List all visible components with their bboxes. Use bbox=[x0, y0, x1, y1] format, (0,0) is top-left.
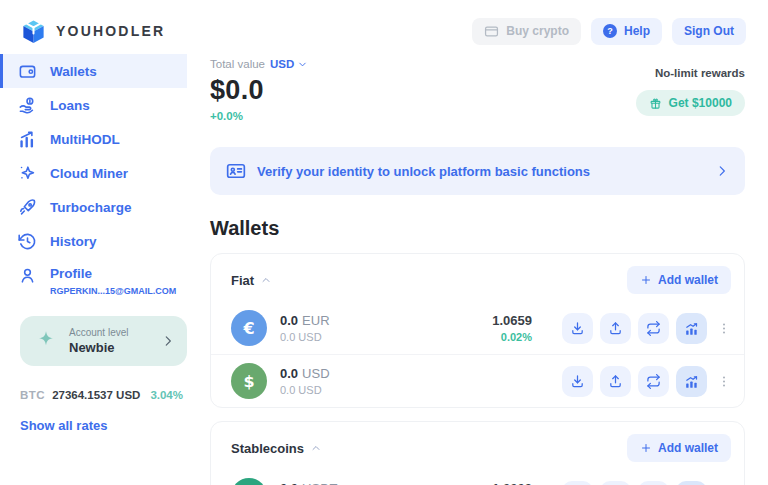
sign-out-label: Sign Out bbox=[684, 24, 734, 38]
wallet-icon bbox=[18, 62, 37, 81]
deposit-icon bbox=[570, 374, 585, 389]
eur-symbol: € bbox=[243, 319, 254, 338]
youhodler-logo-icon bbox=[20, 18, 47, 45]
plus-icon bbox=[640, 274, 652, 286]
sidebar-item-cloud-miner[interactable]: Cloud Miner bbox=[0, 156, 187, 190]
sidebar-item-profile[interactable]: Profile RGPERKIN...15@GMAIL.COM bbox=[0, 258, 187, 298]
chart-button[interactable] bbox=[676, 366, 707, 397]
more-dots-icon bbox=[717, 374, 731, 389]
sidebar-item-label: MultiHODL bbox=[50, 132, 120, 147]
add-wallet-button[interactable]: Add wallet bbox=[627, 266, 731, 294]
balance-block: 0.0EUR 0.0 USD bbox=[280, 313, 330, 343]
wallet-row-eur[interactable]: € 0.0EUR 0.0 USD 1.0659 0.02% bbox=[211, 302, 744, 354]
deposit-icon bbox=[570, 321, 585, 336]
stablecoins-wallet-group: Stablecoins Add wallet ₮ 0.0USDT 0.0 bbox=[210, 421, 745, 485]
sidebar-item-history[interactable]: History bbox=[0, 224, 187, 258]
wallet-actions bbox=[562, 366, 731, 397]
history-icon bbox=[18, 232, 37, 251]
account-level-text: Account level Newbie bbox=[69, 327, 128, 355]
account-level-card[interactable]: Account level Newbie bbox=[20, 316, 187, 366]
currency-selector[interactable]: USD bbox=[270, 58, 308, 70]
plus-icon bbox=[640, 442, 652, 454]
total-value-change: +0.0% bbox=[210, 110, 308, 122]
balance-fiat-value: 0.0 USD bbox=[280, 331, 330, 343]
sidebar-item-label: Cloud Miner bbox=[50, 166, 128, 181]
sidebar-item-label: Loans bbox=[50, 98, 90, 113]
chart-button[interactable] bbox=[676, 481, 707, 485]
eur-coin-icon: € bbox=[231, 310, 267, 346]
balance-block: 0.0USD 0.0 USD bbox=[280, 366, 330, 396]
more-options-button[interactable] bbox=[717, 313, 731, 344]
exchange-button[interactable] bbox=[638, 313, 669, 344]
sign-out-button[interactable]: Sign Out bbox=[672, 18, 746, 45]
profile-person-icon bbox=[18, 266, 37, 285]
exchange-button[interactable] bbox=[638, 481, 669, 485]
more-options-button[interactable] bbox=[717, 366, 731, 397]
rate-block: 1.0003 0% bbox=[472, 481, 532, 485]
loans-icon bbox=[18, 96, 37, 115]
withdraw-button[interactable] bbox=[600, 366, 631, 397]
chevron-right-icon bbox=[715, 164, 729, 178]
chevron-up-icon bbox=[260, 274, 272, 286]
sidebar-item-label: History bbox=[50, 234, 97, 249]
chevron-down-icon bbox=[297, 59, 308, 70]
balance-amount: 0.0 bbox=[280, 366, 298, 381]
buy-crypto-label: Buy crypto bbox=[506, 24, 569, 38]
rate-value: 1.0003 bbox=[472, 481, 532, 485]
sidebar-item-loans[interactable]: Loans bbox=[0, 88, 187, 122]
rewards-block: No-limit rewards Get $10000 bbox=[636, 58, 745, 122]
brand-name: YOUHODLER bbox=[56, 23, 165, 39]
more-dots-icon bbox=[717, 321, 731, 336]
rate-block bbox=[472, 380, 532, 383]
currency-selector-value: USD bbox=[270, 58, 294, 70]
btc-rate-line: BTC 27364.1537 USD 3.04% bbox=[20, 389, 185, 401]
withdraw-button[interactable] bbox=[600, 313, 631, 344]
sidebar-item-label: Profile bbox=[50, 266, 176, 281]
wallet-row-usd[interactable]: $ 0.0USD 0.0 USD bbox=[211, 354, 744, 407]
balance-fiat-value: 0.0 USD bbox=[280, 384, 330, 396]
deposit-button[interactable] bbox=[562, 366, 593, 397]
chevron-right-icon bbox=[161, 334, 175, 348]
account-level-label: Account level bbox=[69, 327, 128, 338]
rate-change: 0.02% bbox=[472, 331, 532, 343]
get-rewards-label: Get $10000 bbox=[669, 96, 732, 110]
sidebar-item-turbocharge[interactable]: Turbocharge bbox=[0, 190, 187, 224]
add-wallet-button[interactable]: Add wallet bbox=[627, 434, 731, 462]
group-name: Stablecoins bbox=[231, 441, 304, 456]
top-actions: Buy crypto ? Help Sign Out bbox=[472, 18, 746, 45]
sidebar-item-multihodl[interactable]: MultiHODL bbox=[0, 122, 187, 156]
btc-symbol: BTC bbox=[20, 389, 45, 401]
help-button[interactable]: ? Help bbox=[591, 18, 662, 45]
chart-button[interactable] bbox=[676, 313, 707, 344]
wallet-row-usdt[interactable]: ₮ 0.0USDT 0.0 USD 1.0003 0% bbox=[211, 470, 744, 485]
verify-identity-banner[interactable]: Verify your identity to unlock platform … bbox=[210, 147, 745, 195]
show-all-rates-link[interactable]: Show all rates bbox=[20, 418, 185, 433]
sidebar-item-wallets[interactable]: Wallets bbox=[0, 54, 187, 88]
sidebar: Wallets Loans MultiHODL Cloud Miner Turb… bbox=[0, 54, 205, 433]
buy-crypto-button[interactable]: Buy crypto bbox=[472, 18, 581, 45]
get-rewards-button[interactable]: Get $10000 bbox=[636, 90, 745, 116]
withdraw-icon bbox=[608, 374, 623, 389]
exchange-button[interactable] bbox=[638, 366, 669, 397]
chevron-up-icon bbox=[310, 442, 322, 454]
fiat-wallet-group: Fiat Add wallet € 0.0EUR 0.0 USD bbox=[210, 253, 745, 408]
btc-price: 27364.1537 USD bbox=[52, 389, 140, 401]
fiat-group-toggle[interactable]: Fiat bbox=[231, 273, 272, 288]
add-wallet-label: Add wallet bbox=[658, 273, 718, 287]
more-options-button[interactable] bbox=[717, 481, 731, 485]
page-title: Wallets bbox=[210, 217, 745, 240]
help-label: Help bbox=[624, 24, 650, 38]
receive-button[interactable] bbox=[562, 481, 593, 485]
deposit-button[interactable] bbox=[562, 313, 593, 344]
turbocharge-rocket-icon bbox=[18, 198, 37, 217]
send-button[interactable] bbox=[600, 481, 631, 485]
sidebar-item-label: Wallets bbox=[50, 64, 97, 79]
stablecoins-group-toggle[interactable]: Stablecoins bbox=[231, 441, 322, 456]
multihodl-chart-icon bbox=[18, 130, 37, 149]
top-bar: YOUHODLER Buy crypto ? Help Sign Out bbox=[0, 0, 768, 52]
balance-amount: 0.0 bbox=[280, 313, 298, 328]
balance-currency: USD bbox=[302, 366, 329, 381]
usd-symbol: $ bbox=[243, 372, 254, 391]
total-value-label: Total value bbox=[210, 58, 265, 70]
exchange-icon bbox=[646, 321, 661, 336]
